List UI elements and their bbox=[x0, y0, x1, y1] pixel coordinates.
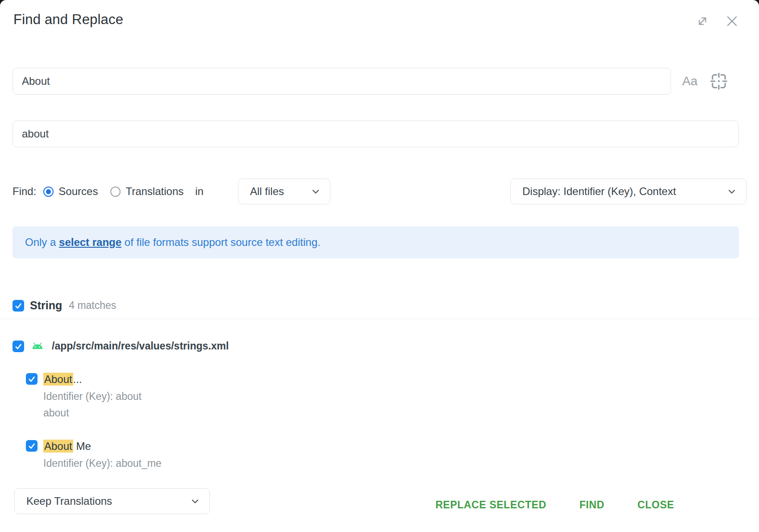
match-details: Identifier (Key): about about bbox=[43, 388, 142, 421]
select-range-link[interactable]: select range bbox=[59, 236, 121, 248]
match-case-button[interactable]: Aa bbox=[682, 74, 697, 88]
find-button[interactable]: FIND bbox=[580, 499, 605, 511]
info-banner: Only a select range of file formats supp… bbox=[13, 226, 739, 258]
chevron-down-icon bbox=[190, 496, 200, 507]
display-filter-value: Display: Identifier (Key), Context bbox=[522, 185, 676, 198]
search-input-tools: Aa bbox=[682, 68, 728, 95]
in-label: in bbox=[195, 185, 204, 198]
expand-icon bbox=[696, 14, 709, 28]
match-highlight: About bbox=[43, 373, 73, 386]
match-checkbox[interactable] bbox=[26, 440, 38, 452]
banner-text: Only a select range of file formats supp… bbox=[25, 236, 321, 249]
radio-sources-circle bbox=[43, 187, 54, 197]
window-controls bbox=[695, 13, 739, 29]
divider bbox=[0, 319, 759, 319]
match-rest: Me bbox=[73, 440, 91, 452]
match-highlight: About bbox=[43, 440, 73, 453]
match-rest: ... bbox=[73, 373, 82, 385]
keep-translations-select[interactable]: Keep Translations bbox=[14, 488, 210, 514]
match-identifier: Identifier (Key): about bbox=[43, 388, 142, 405]
close-icon bbox=[725, 14, 739, 29]
find-scope-options: Find: Sources Translations in bbox=[13, 179, 204, 204]
radio-translations-circle bbox=[110, 187, 121, 197]
files-filter-value: All files bbox=[250, 185, 284, 198]
group-label: String bbox=[30, 299, 62, 312]
close-button[interactable] bbox=[724, 13, 739, 29]
radio-sources[interactable]: Sources bbox=[43, 185, 98, 198]
files-filter-select[interactable]: All files bbox=[238, 179, 330, 204]
match-item: About Me Identifier (Key): about_me bbox=[26, 440, 162, 472]
replace-selected-button[interactable]: REPLACE SELECTED bbox=[435, 499, 546, 511]
dialog-title: Find and Replace bbox=[13, 12, 123, 28]
banner-prefix: Only a bbox=[25, 236, 59, 248]
search-input[interactable] bbox=[13, 68, 671, 95]
regex-selection-icon[interactable] bbox=[710, 72, 728, 90]
match-item: About... Identifier (Key): about about bbox=[26, 373, 142, 421]
radio-translations[interactable]: Translations bbox=[110, 185, 183, 198]
group-checkbox[interactable] bbox=[13, 300, 24, 312]
group-match-count: 4 matches bbox=[69, 299, 116, 312]
banner-suffix: of file formats support source text edit… bbox=[121, 236, 321, 248]
radio-translations-label: Translations bbox=[125, 185, 183, 198]
match-context: about bbox=[43, 405, 142, 421]
match-identifier: Identifier (Key): about_me bbox=[43, 455, 162, 472]
footer-actions: REPLACE SELECTED FIND CLOSE bbox=[435, 496, 674, 514]
display-filter-select[interactable]: Display: Identifier (Key), Context bbox=[510, 179, 746, 204]
chevron-down-icon bbox=[726, 186, 737, 197]
expand-button[interactable] bbox=[695, 13, 710, 29]
find-options-row: Find: Sources Translations in All files … bbox=[13, 179, 746, 204]
file-path: /app/src/main/res/values/strings.xml bbox=[52, 340, 229, 352]
replace-input[interactable] bbox=[13, 121, 739, 147]
find-label: Find: bbox=[13, 185, 36, 198]
result-group-row: String 4 matches bbox=[13, 299, 116, 312]
keep-translations-value: Keep Translations bbox=[26, 495, 112, 507]
match-text: About... bbox=[43, 373, 82, 386]
find-and-replace-dialog: Find and Replace Aa bbox=[0, 0, 759, 532]
file-row: /app/src/main/res/values/strings.xml bbox=[13, 340, 229, 352]
match-details: Identifier (Key): about_me bbox=[43, 455, 162, 472]
close-dialog-button[interactable]: CLOSE bbox=[638, 499, 674, 511]
chevron-down-icon bbox=[310, 186, 321, 197]
file-checkbox[interactable] bbox=[13, 341, 24, 352]
match-text: About Me bbox=[43, 440, 91, 453]
radio-sources-label: Sources bbox=[58, 185, 98, 198]
match-checkbox[interactable] bbox=[26, 373, 38, 385]
android-icon bbox=[31, 342, 44, 351]
